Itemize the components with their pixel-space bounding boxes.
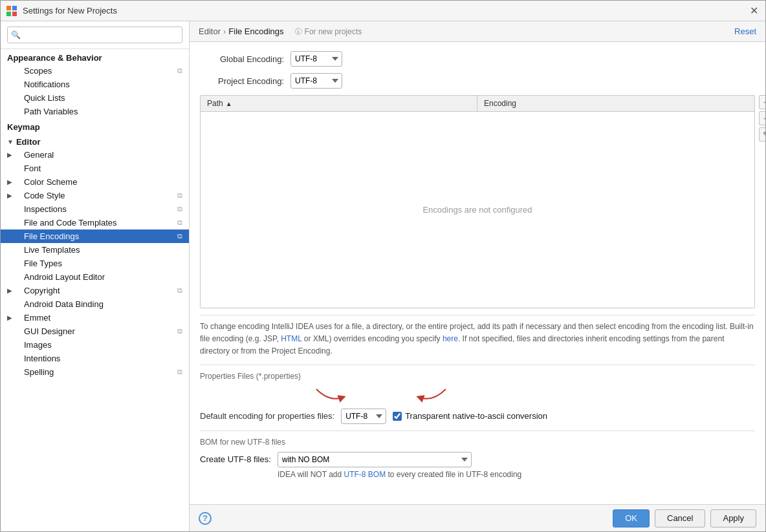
add-encoding-button[interactable]: +: [759, 95, 765, 109]
copy-icon-code-style: ⧉: [177, 191, 182, 200]
right-panel: Editor › File Encodings 🛈 For new projec…: [190, 21, 765, 531]
sidebar-item-images[interactable]: Images: [1, 338, 189, 352]
utf8-bom-link[interactable]: UTF-8 BOM: [344, 470, 386, 479]
table-action-buttons: + − ✎: [759, 95, 765, 142]
main-content: 🔍 Appearance & Behavior Scopes ⧉ Notific…: [1, 21, 765, 531]
svg-rect-1: [12, 6, 17, 10]
sidebar-item-intentions[interactable]: Intentions: [1, 352, 189, 365]
sort-arrow-icon: ▲: [226, 100, 232, 107]
edit-encoding-button[interactable]: ✎: [759, 127, 765, 142]
search-input[interactable]: [7, 27, 182, 43]
copy-icon-templates: ⧉: [177, 218, 182, 227]
bom-note-prefix: IDEA will NOT add: [278, 470, 344, 479]
expand-arrow-emmet: ▶: [7, 314, 12, 321]
copy-icon-gui: ⧉: [177, 327, 182, 335]
svg-rect-3: [12, 12, 17, 16]
copy-icon: ⧉: [177, 67, 182, 75]
sidebar-item-color-scheme[interactable]: ▶ Color Scheme: [1, 175, 189, 189]
sidebar-item-android-data-binding[interactable]: Android Data Binding: [1, 297, 189, 311]
sidebar-section-keymap[interactable]: Keymap: [1, 118, 189, 133]
sidebar-item-live-templates[interactable]: Live Templates: [1, 243, 189, 257]
properties-section: Properties Files (*.properties): [200, 365, 755, 424]
properties-encoding-select[interactable]: UTF-8: [341, 409, 386, 424]
sidebar-item-copyright[interactable]: ▶ Copyright ⧉: [1, 284, 189, 297]
sidebar-item-general[interactable]: ▶ General: [1, 148, 189, 162]
project-encoding-select[interactable]: UTF-8: [290, 73, 342, 89]
close-button[interactable]: ✕: [747, 5, 760, 17]
remove-encoding-button[interactable]: −: [759, 111, 765, 125]
sidebar-item-file-encodings[interactable]: File Encodings ⧉: [1, 229, 189, 243]
sidebar-item-file-code-templates[interactable]: File and Code Templates ⧉: [1, 216, 189, 229]
code-style-label: Code Style: [24, 191, 65, 200]
info-text: To change encoding IntelliJ IDEA uses fo…: [200, 315, 755, 358]
annotation-arrows: [200, 386, 523, 405]
sidebar-item-font[interactable]: Font: [1, 162, 189, 175]
table-wrapper: Path ▲ Encoding Encodings are not config…: [200, 95, 755, 308]
breadcrumb: Editor › File Encodings: [199, 27, 284, 36]
bom-section-title: BOM for new UTF-8 files: [200, 438, 755, 447]
bottom-bar: ? OK Cancel Apply: [190, 504, 765, 531]
editor-label: Editor: [16, 137, 41, 147]
properties-row: Default encoding for properties files: U…: [200, 409, 755, 424]
global-encoding-select[interactable]: UTF-8: [290, 51, 342, 67]
gui-designer-label: GUI Designer: [24, 326, 75, 336]
reset-button[interactable]: Reset: [734, 27, 756, 36]
sidebar-item-quick-lists[interactable]: Quick Lists: [1, 91, 189, 105]
sidebar-item-android-layout-editor[interactable]: Android Layout Editor: [1, 270, 189, 284]
bom-section: BOM for new UTF-8 files Create UTF-8 fil…: [200, 431, 755, 479]
global-encoding-label: Global Encoding:: [200, 54, 284, 64]
transparent-conversion-checkbox[interactable]: [393, 412, 402, 421]
encoding-col-label: Encoding: [484, 99, 516, 108]
breadcrumb-root: Editor: [199, 27, 221, 36]
sidebar-section-appearance[interactable]: Appearance & Behavior: [1, 49, 189, 64]
path-column-header[interactable]: Path ▲: [201, 96, 477, 111]
expand-arrow-color: ▶: [7, 178, 12, 186]
help-button[interactable]: ?: [199, 512, 212, 525]
sidebar-item-file-types[interactable]: File Types: [1, 257, 189, 270]
spelling-label: Spelling: [24, 367, 54, 377]
sidebar-item-inspections[interactable]: Inspections ⧉: [1, 202, 189, 216]
apply-button[interactable]: Apply: [710, 509, 756, 527]
sidebar-section-editor[interactable]: ▼ Editor: [1, 133, 189, 148]
sidebar: 🔍 Appearance & Behavior Scopes ⧉ Notific…: [1, 21, 190, 531]
sidebar-item-gui-designer[interactable]: GUI Designer ⧉: [1, 325, 189, 338]
default-encoding-label: Default encoding for properties files:: [200, 411, 334, 421]
info-text-content: To change encoding IntelliJ IDEA uses fo…: [200, 322, 754, 356]
encodings-table: Path ▲ Encoding Encodings are not config…: [200, 95, 755, 308]
copy-icon-inspections: ⧉: [177, 205, 182, 213]
cancel-button[interactable]: Cancel: [655, 509, 705, 527]
project-encoding-row: Project Encoding: UTF-8: [200, 73, 755, 89]
svg-rect-0: [6, 6, 11, 10]
here-link[interactable]: here: [443, 334, 458, 343]
project-encoding-label: Project Encoding:: [200, 76, 284, 86]
info-icon: 🛈: [294, 27, 302, 36]
expand-arrow-copyright: ▶: [7, 287, 12, 294]
android-data-binding-label: Android Data Binding: [24, 299, 104, 309]
create-utf8-label: Create UTF-8 files:: [200, 454, 271, 464]
encoding-column-header[interactable]: Encoding: [477, 96, 754, 111]
global-encoding-row: Global Encoding: UTF-8: [200, 51, 755, 67]
create-utf8-select[interactable]: with NO BOM with BOM: [278, 452, 472, 467]
settings-window: Settings for New Projects ✕ 🔍 Appearance…: [0, 0, 766, 532]
sidebar-item-notifications[interactable]: Notifications: [1, 78, 189, 91]
expand-arrow-code: ▶: [7, 192, 12, 199]
sidebar-list: Appearance & Behavior Scopes ⧉ Notificat…: [1, 49, 189, 531]
font-label: Font: [24, 164, 41, 173]
sidebar-item-emmet[interactable]: ▶ Emmet: [1, 311, 189, 325]
transparent-conversion-label: Transparent native-to-ascii conversion: [405, 411, 547, 421]
titlebar-title: Settings for New Projects: [23, 6, 117, 16]
for-new-projects: 🛈 For new projects: [294, 27, 362, 36]
path-col-label: Path: [207, 99, 223, 108]
sidebar-item-code-style[interactable]: ▶ Code Style ⧉: [1, 189, 189, 202]
html-link[interactable]: HTML: [281, 334, 301, 343]
live-templates-label: Live Templates: [24, 245, 80, 255]
ok-button[interactable]: OK: [613, 509, 650, 527]
sidebar-item-scopes[interactable]: Scopes ⧉: [1, 64, 189, 78]
path-variables-label: Path Variables: [24, 107, 78, 116]
copy-icon-spelling: ⧉: [177, 368, 182, 376]
table-header: Path ▲ Encoding: [201, 96, 754, 112]
sidebar-item-spelling[interactable]: Spelling ⧉: [1, 365, 189, 379]
android-layout-editor-label: Android Layout Editor: [24, 272, 105, 282]
transparent-conversion-checkbox-label[interactable]: Transparent native-to-ascii conversion: [393, 411, 547, 421]
sidebar-item-path-variables[interactable]: Path Variables: [1, 105, 189, 118]
